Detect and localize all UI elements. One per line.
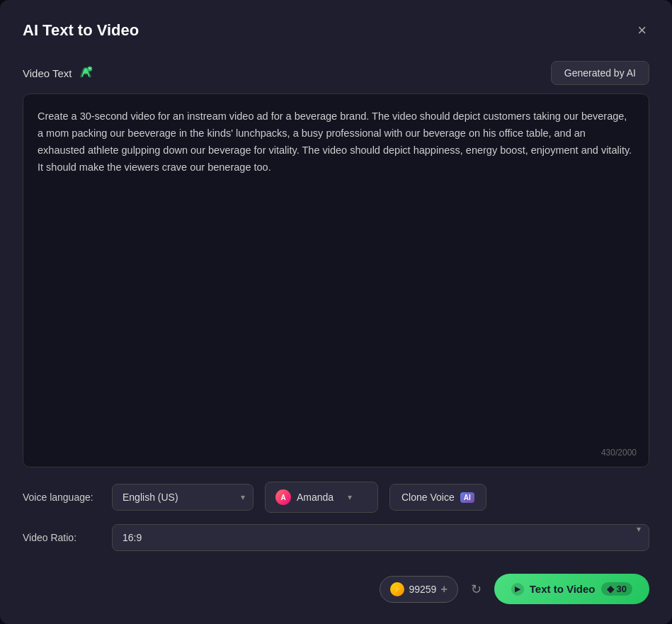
video-text-input[interactable] [23, 93, 649, 467]
text-to-video-label: Text to Video [530, 583, 596, 595]
ai-text-to-video-modal: AI Text to Video × Video Text Generated … [0, 0, 672, 624]
voice-language-select[interactable]: English (US) English (UK) Spanish French [112, 484, 254, 511]
video-btn-icon: ▶ [511, 583, 524, 596]
footer-row: ⚡ 99259 + ↻ ▶ Text to Video ◆ 30 [23, 574, 649, 604]
credits-amount: 99259 [409, 584, 436, 595]
language-select-wrapper: English (US) English (UK) Spanish French… [112, 484, 254, 511]
textarea-section: 430/2000 [23, 93, 649, 482]
diamond-icon: ◆ [607, 584, 614, 594]
video-ratio-select[interactable]: 16:9 9:16 1:1 4:3 [112, 524, 649, 551]
video-ratio-row: Video Ratio: 16:9 9:16 1:1 4:3 ▾ [23, 524, 649, 551]
clone-voice-label: Clone Voice [402, 492, 455, 503]
credits-icon: ⚡ [390, 582, 404, 596]
refresh-button[interactable]: ↻ [467, 577, 486, 601]
video-ratio-label: Video Ratio: [23, 532, 101, 543]
credits-widget: ⚡ 99259 + [380, 576, 457, 603]
modal-header: AI Text to Video × [23, 20, 649, 41]
close-button[interactable]: × [634, 20, 649, 41]
text-to-video-button[interactable]: ▶ Text to Video ◆ 30 [494, 574, 649, 604]
ai-edit-icon [78, 65, 93, 81]
add-credits-button[interactable]: + [440, 583, 447, 596]
generated-by-ai-button[interactable]: Generated by AI [551, 61, 649, 85]
voice-avatar: A [275, 489, 291, 505]
ratio-select-wrapper: 16:9 9:16 1:1 4:3 ▾ [112, 524, 649, 551]
voice-language-label: Voice language: [23, 492, 101, 503]
clone-voice-button[interactable]: Clone Voice AI [389, 484, 486, 511]
modal-title: AI Text to Video [23, 21, 139, 40]
ai-badge: AI [460, 492, 474, 503]
refresh-icon: ↻ [471, 582, 482, 596]
voice-chevron-icon: ▾ [348, 492, 352, 502]
video-text-section-header: Video Text Generated by AI [23, 61, 649, 85]
video-text-label: Video Text [23, 65, 93, 81]
voice-selector[interactable]: A Amanda ▾ [265, 482, 378, 513]
textarea-wrapper: 430/2000 [23, 93, 649, 467]
voice-name: Amanda [297, 492, 342, 503]
voice-controls-row: Voice language: English (US) English (UK… [23, 482, 649, 513]
cost-amount: 30 [617, 584, 627, 594]
cost-badge: ◆ 30 [601, 582, 632, 596]
